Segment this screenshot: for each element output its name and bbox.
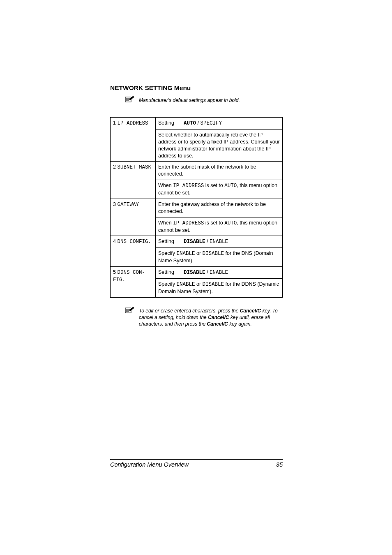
row1-value-sep: / (196, 120, 200, 126)
row1-values: AUTO / SPECIFY (181, 118, 283, 130)
row2-label: 2 SUBNET MASK (111, 162, 156, 199)
row1-key: IP ADDRESS (117, 120, 148, 126)
row5-num: 5 (113, 269, 117, 275)
row3-b-m1: IP ADDRESS (173, 220, 204, 226)
row5-d-m2: DISABLE (203, 282, 224, 287)
intro-note-text: Manufacturer's default settings appear i… (139, 96, 240, 103)
row4-values: DISABLE / ENABLE (181, 236, 283, 248)
row2-b-pre: When (158, 183, 173, 188)
row5-d-pre: Specify (158, 281, 176, 287)
row1-label: 1 IP ADDRESS (111, 118, 156, 162)
row5-d-or: or (195, 281, 202, 287)
row4-setting-label: Setting (156, 236, 181, 248)
row5-d-m1: ENABLE (176, 282, 195, 287)
row4-d-or: or (195, 250, 202, 256)
footnote: To edit or erase entered characters, pre… (124, 307, 283, 328)
fn-a: To edit or erase entered characters, pre… (139, 308, 240, 314)
row5-setting-label: Setting (156, 267, 181, 279)
footnote-text: To edit or erase entered characters, pre… (139, 307, 283, 328)
row4-desc: Specify ENABLE or DISABLE for the DNS (D… (156, 248, 283, 267)
row3-num: 3 (113, 201, 117, 207)
row2-key: SUBNET MASK (117, 164, 151, 170)
row4-d-m1: ENABLE (176, 251, 195, 257)
intro-note: Manufacturer's default settings appear i… (124, 96, 283, 104)
fn-d: key again. (228, 321, 252, 327)
row1-num: 1 (113, 120, 117, 126)
row1-value-plain: SPECIFY (200, 120, 222, 126)
row2-b-m1: IP ADDRESS (173, 183, 204, 189)
row3-b-mid: is set to (204, 220, 224, 226)
row3-desc-a: Enter the gateway address of the network… (156, 199, 283, 217)
row1-value-bold: AUTO (184, 120, 196, 126)
page-heading: NETWORK SETTING Menu (110, 84, 283, 92)
row3-b-m2: AUTO (224, 220, 237, 226)
row2-b-m2: AUTO (224, 183, 237, 189)
row5-value-plain: ENABLE (210, 270, 228, 275)
row1-setting-label: Setting (156, 118, 181, 130)
settings-table: 1 IP ADDRESS Setting AUTO / SPECIFY Sele… (110, 117, 283, 298)
row2-desc-b: When IP ADDRESS is set to AUTO, this men… (156, 180, 283, 199)
row5-value-bold: DISABLE (184, 270, 205, 275)
page-footer: Configuration Menu Overview 35 (110, 459, 283, 468)
note-icon (124, 307, 135, 315)
row5-key2: FIG. (113, 277, 125, 283)
row4-label: 4 DNS CONFIG. (111, 236, 156, 267)
row3-label: 3 GATEWAY (111, 199, 156, 236)
row5-value-sep: / (205, 269, 210, 275)
page-number: 35 (276, 461, 283, 468)
row1-desc: Select whether to automatically retrieve… (156, 129, 283, 162)
row3-desc-b: When IP ADDRESS is set to AUTO, this men… (156, 217, 283, 236)
note-icon (124, 96, 135, 104)
row5-key1: DDNS CON- (117, 270, 145, 275)
row4-key: DNS CONFIG. (117, 239, 151, 245)
row5-label: 5 DDNS CON-FIG. (111, 267, 156, 298)
fn-k2: Cancel/C (208, 314, 229, 320)
row5-values: DISABLE / ENABLE (181, 267, 283, 279)
fn-k1: Cancel/C (240, 308, 261, 314)
row2-b-mid: is set to (204, 183, 224, 188)
row4-d-pre: Specify (158, 250, 176, 256)
row3-b-pre: When (158, 220, 173, 226)
row2-num: 2 (113, 164, 117, 170)
row5-desc: Specify ENABLE or DISABLE for the DDNS (… (156, 278, 283, 297)
row4-value-plain: ENABLE (210, 239, 228, 245)
row4-value-sep: / (205, 238, 210, 244)
row2-desc-a: Enter the subnet mask of the network to … (156, 162, 283, 180)
row4-d-m2: DISABLE (203, 251, 224, 257)
row4-value-bold: DISABLE (184, 239, 205, 245)
footer-title: Configuration Menu Overview (110, 461, 189, 468)
fn-k3: Cancel/C (207, 321, 228, 327)
row3-key: GATEWAY (117, 202, 139, 208)
row4-num: 4 (113, 238, 117, 244)
